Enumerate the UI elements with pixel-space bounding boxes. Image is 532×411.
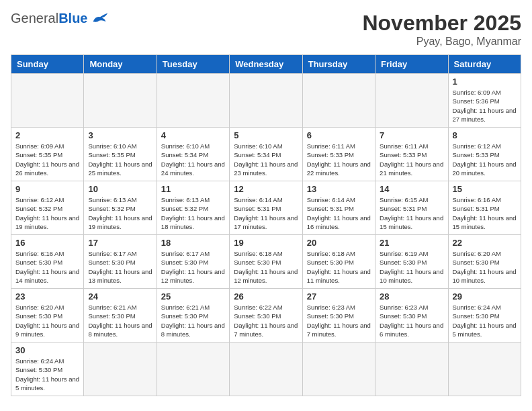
day-info: Sunrise: 6:13 AM Sunset: 5:32 PM Dayligh… [161, 195, 225, 231]
day-number: 8 [453, 130, 517, 140]
day-number: 10 [88, 184, 152, 194]
calendar-cell: 18Sunrise: 6:17 AM Sunset: 5:30 PM Dayli… [157, 235, 229, 289]
day-info: Sunrise: 6:15 AM Sunset: 5:31 PM Dayligh… [380, 195, 443, 231]
day-number: 24 [88, 291, 152, 302]
calendar-cell: 29Sunrise: 6:24 AM Sunset: 5:30 PM Dayli… [448, 289, 521, 342]
day-info: Sunrise: 6:12 AM Sunset: 5:33 PM Dayligh… [453, 142, 517, 177]
calendar-cell [302, 342, 375, 396]
day-info: Sunrise: 6:19 AM Sunset: 5:30 PM Dayligh… [380, 249, 443, 285]
calendar-week-3: 9Sunrise: 6:12 AM Sunset: 5:32 PM Daylig… [11, 181, 521, 235]
calendar-cell: 28Sunrise: 6:23 AM Sunset: 5:30 PM Dayli… [375, 289, 448, 342]
day-info: Sunrise: 6:17 AM Sunset: 5:30 PM Dayligh… [88, 249, 152, 285]
day-number: 19 [234, 238, 298, 248]
calendar-cell: 7Sunrise: 6:11 AM Sunset: 5:33 PM Daylig… [375, 128, 448, 181]
day-info: Sunrise: 6:20 AM Sunset: 5:30 PM Dayligh… [453, 249, 517, 285]
calendar-cell: 11Sunrise: 6:13 AM Sunset: 5:32 PM Dayli… [157, 181, 229, 235]
calendar-week-1: 1Sunrise: 6:09 AM Sunset: 5:36 PM Daylig… [11, 74, 521, 128]
day-info: Sunrise: 6:11 AM Sunset: 5:33 PM Dayligh… [307, 142, 371, 177]
day-info: Sunrise: 6:14 AM Sunset: 5:31 PM Dayligh… [307, 195, 371, 231]
day-number: 3 [88, 130, 152, 140]
title-area: November 2025 Pyay, Bago, Myanmar [362, 11, 521, 48]
calendar-week-6: 30Sunrise: 6:24 AM Sunset: 5:30 PM Dayli… [11, 342, 521, 396]
day-number: 9 [15, 184, 79, 194]
calendar-cell: 30Sunrise: 6:24 AM Sunset: 5:30 PM Dayli… [11, 342, 84, 396]
day-number: 18 [161, 238, 225, 248]
day-number: 7 [380, 130, 443, 140]
calendar-cell [157, 74, 229, 128]
day-number: 17 [88, 238, 152, 248]
logo-blue-text: Blue [58, 11, 87, 26]
day-info: Sunrise: 6:18 AM Sunset: 5:30 PM Dayligh… [234, 249, 298, 285]
logo: General Blue [11, 11, 109, 26]
day-info: Sunrise: 6:16 AM Sunset: 5:30 PM Dayligh… [15, 249, 79, 285]
day-number: 13 [307, 184, 371, 194]
calendar-cell: 20Sunrise: 6:18 AM Sunset: 5:30 PM Dayli… [302, 235, 375, 289]
calendar-cell [11, 74, 84, 128]
day-info: Sunrise: 6:12 AM Sunset: 5:32 PM Dayligh… [15, 195, 79, 231]
day-info: Sunrise: 6:17 AM Sunset: 5:30 PM Dayligh… [161, 249, 225, 285]
day-info: Sunrise: 6:23 AM Sunset: 5:30 PM Dayligh… [307, 303, 371, 338]
calendar-cell: 23Sunrise: 6:20 AM Sunset: 5:30 PM Dayli… [11, 289, 84, 342]
calendar-cell [230, 342, 302, 396]
day-header-monday: Monday [84, 55, 157, 74]
day-number: 5 [234, 130, 298, 140]
calendar-cell: 19Sunrise: 6:18 AM Sunset: 5:30 PM Dayli… [230, 235, 302, 289]
calendar-cell: 17Sunrise: 6:17 AM Sunset: 5:30 PM Dayli… [84, 235, 157, 289]
location-subtitle: Pyay, Bago, Myanmar [362, 36, 521, 48]
day-info: Sunrise: 6:11 AM Sunset: 5:33 PM Dayligh… [380, 142, 443, 177]
logo-general-text: General [11, 11, 58, 26]
calendar-week-4: 16Sunrise: 6:16 AM Sunset: 5:30 PM Dayli… [11, 235, 521, 289]
day-header-saturday: Saturday [448, 55, 521, 74]
day-info: Sunrise: 6:21 AM Sunset: 5:30 PM Dayligh… [161, 303, 225, 338]
day-header-friday: Friday [375, 55, 448, 74]
day-number: 4 [161, 130, 225, 140]
calendar-cell: 2Sunrise: 6:09 AM Sunset: 5:35 PM Daylig… [11, 128, 84, 181]
calendar-cell [448, 342, 521, 396]
calendar-cell [84, 342, 157, 396]
day-info: Sunrise: 6:10 AM Sunset: 5:34 PM Dayligh… [161, 142, 225, 177]
day-info: Sunrise: 6:24 AM Sunset: 5:30 PM Dayligh… [15, 357, 79, 392]
day-info: Sunrise: 6:14 AM Sunset: 5:31 PM Dayligh… [234, 195, 298, 231]
day-info: Sunrise: 6:18 AM Sunset: 5:30 PM Dayligh… [307, 249, 371, 285]
day-info: Sunrise: 6:16 AM Sunset: 5:31 PM Dayligh… [453, 195, 517, 231]
page-header: General Blue November 2025 Pyay, Bago, M… [11, 11, 521, 48]
day-header-tuesday: Tuesday [157, 55, 229, 74]
calendar-cell: 15Sunrise: 6:16 AM Sunset: 5:31 PM Dayli… [448, 181, 521, 235]
day-number: 25 [161, 291, 225, 302]
day-number: 23 [15, 291, 79, 302]
day-number: 1 [453, 77, 517, 87]
day-info: Sunrise: 6:10 AM Sunset: 5:35 PM Dayligh… [88, 142, 152, 177]
day-number: 30 [15, 345, 79, 355]
month-title: November 2025 [362, 11, 521, 36]
day-number: 29 [453, 291, 517, 302]
day-number: 11 [161, 184, 225, 194]
calendar-cell [375, 74, 448, 128]
calendar-cell: 21Sunrise: 6:19 AM Sunset: 5:30 PM Dayli… [375, 235, 448, 289]
day-number: 20 [307, 238, 371, 248]
day-number: 21 [380, 238, 443, 248]
calendar-cell: 14Sunrise: 6:15 AM Sunset: 5:31 PM Dayli… [375, 181, 448, 235]
calendar-cell: 27Sunrise: 6:23 AM Sunset: 5:30 PM Dayli… [302, 289, 375, 342]
day-info: Sunrise: 6:10 AM Sunset: 5:34 PM Dayligh… [234, 142, 298, 177]
calendar-cell [84, 74, 157, 128]
day-header-wednesday: Wednesday [230, 55, 302, 74]
calendar-cell: 6Sunrise: 6:11 AM Sunset: 5:33 PM Daylig… [302, 128, 375, 181]
day-number: 15 [453, 184, 517, 194]
calendar-cell: 10Sunrise: 6:13 AM Sunset: 5:32 PM Dayli… [84, 181, 157, 235]
day-number: 12 [234, 184, 298, 194]
calendar-cell: 9Sunrise: 6:12 AM Sunset: 5:32 PM Daylig… [11, 181, 84, 235]
day-info: Sunrise: 6:09 AM Sunset: 5:35 PM Dayligh… [15, 142, 79, 177]
calendar-table: SundayMondayTuesdayWednesdayThursdayFrid… [11, 54, 521, 396]
calendar-cell: 24Sunrise: 6:21 AM Sunset: 5:30 PM Dayli… [84, 289, 157, 342]
calendar-week-2: 2Sunrise: 6:09 AM Sunset: 5:35 PM Daylig… [11, 128, 521, 181]
day-info: Sunrise: 6:09 AM Sunset: 5:36 PM Dayligh… [453, 88, 517, 124]
day-number: 16 [15, 238, 79, 248]
calendar-cell: 4Sunrise: 6:10 AM Sunset: 5:34 PM Daylig… [157, 128, 229, 181]
calendar-cell [302, 74, 375, 128]
day-info: Sunrise: 6:23 AM Sunset: 5:30 PM Dayligh… [380, 303, 443, 338]
calendar-cell: 26Sunrise: 6:22 AM Sunset: 5:30 PM Dayli… [230, 289, 302, 342]
calendar-cell [375, 342, 448, 396]
logo-bird-icon [91, 12, 109, 26]
day-info: Sunrise: 6:24 AM Sunset: 5:30 PM Dayligh… [453, 303, 517, 338]
day-header-thursday: Thursday [302, 55, 375, 74]
